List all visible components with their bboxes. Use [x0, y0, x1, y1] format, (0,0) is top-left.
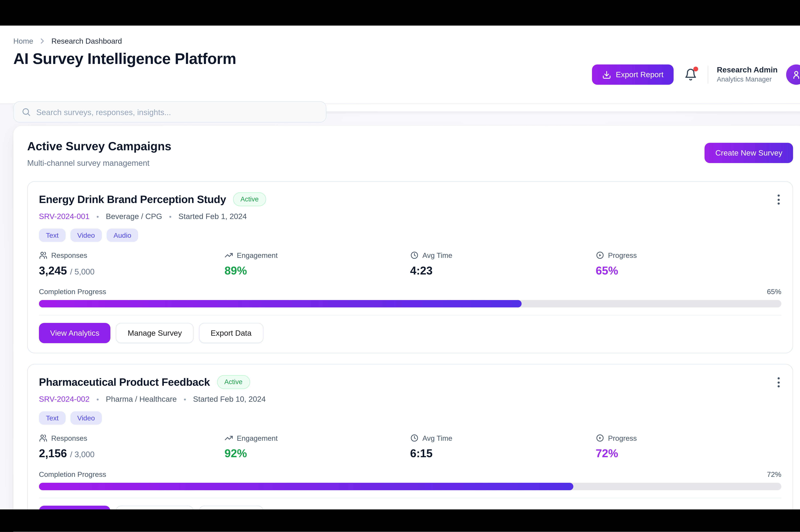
completion-progress-percent: 72%	[767, 471, 781, 478]
search-bar[interactable]	[13, 101, 326, 122]
card-menu-button[interactable]	[776, 375, 782, 390]
engagement-value: 89%	[224, 264, 410, 277]
metric-avg-time: Avg Time 6:15	[410, 434, 596, 460]
metric-label: Engagement	[237, 434, 278, 442]
responses-value: 2,156	[39, 447, 67, 459]
responses-total: / 3,000	[70, 450, 94, 459]
completion-progress-label: Completion Progress	[39, 471, 106, 478]
user-icon	[791, 69, 800, 80]
app-root: Home Research Dashboard AI Survey Intell…	[0, 0, 800, 532]
metric-label: Engagement	[237, 251, 278, 259]
chevron-right-icon	[39, 37, 46, 45]
progress-track	[39, 483, 781, 490]
play-circle-icon	[596, 251, 604, 260]
metric-progress: Progress 72%	[596, 434, 781, 460]
campaign-meta: SRV-2024-001 • Beverage / CPG • Started …	[39, 212, 781, 221]
avg-time-value: 6:15	[410, 447, 596, 460]
metric-engagement: Engagement 92%	[224, 434, 410, 460]
engagement-value: 92%	[224, 447, 410, 460]
section-header: Active Survey Campaigns Multi-channel su…	[27, 139, 793, 167]
users-icon	[39, 251, 47, 260]
metric-label: Progress	[608, 434, 637, 442]
bottom-chrome-bar	[0, 510, 800, 532]
completion-progress: Completion Progress 65%	[39, 288, 781, 307]
user-role: Analytics Manager	[717, 76, 778, 84]
progress-value: 72%	[596, 447, 781, 460]
search-icon	[21, 107, 31, 117]
meta-separator: •	[184, 395, 186, 403]
breadcrumb-home-link[interactable]: Home	[13, 37, 33, 45]
progress-fill	[39, 483, 574, 490]
status-badge: Active	[233, 192, 266, 206]
metric-progress: Progress 65%	[596, 251, 781, 277]
export-data-button[interactable]: Export Data	[199, 323, 263, 343]
channel-tag: Text	[39, 411, 66, 424]
progress-value: 65%	[596, 264, 781, 277]
page-header: Home Research Dashboard AI Survey Intell…	[0, 25, 800, 103]
campaign-card: Pharmaceutical Product Feedback Active S…	[27, 364, 793, 532]
status-badge: Active	[217, 375, 250, 389]
avatar[interactable]	[786, 64, 800, 85]
campaign-start-date: Started Feb 1, 2024	[178, 212, 247, 221]
header-divider	[708, 65, 708, 83]
channel-tag: Audio	[107, 229, 138, 242]
channel-tags: Text Video	[39, 411, 781, 424]
active-campaigns-panel: Active Survey Campaigns Multi-channel su…	[13, 126, 800, 532]
user-info: Research Admin Analytics Manager	[717, 65, 778, 84]
campaign-category: Pharma / Healthcare	[106, 395, 177, 403]
view-analytics-button[interactable]: View Analytics	[39, 323, 111, 343]
clock-icon	[410, 434, 419, 442]
metric-label: Avg Time	[422, 251, 452, 259]
progress-fill	[39, 300, 522, 307]
create-new-survey-button[interactable]: Create New Survey	[705, 143, 793, 163]
play-circle-icon	[596, 434, 604, 442]
channel-tag: Video	[70, 411, 102, 424]
trending-up-icon	[224, 251, 233, 260]
metrics-row: Responses 3,245 / 5,000 Engagement 89% A…	[39, 251, 781, 277]
campaign-id: SRV-2024-001	[39, 212, 89, 221]
meta-separator: •	[169, 212, 171, 220]
manage-survey-button[interactable]: Manage Survey	[116, 323, 194, 343]
header-actions: Export Report Research Admin Analytics M…	[592, 64, 800, 85]
completion-progress-label: Completion Progress	[39, 288, 106, 296]
campaign-start-date: Started Feb 10, 2024	[193, 395, 266, 403]
metric-responses: Responses 2,156 / 3,000	[39, 434, 224, 460]
card-menu-button[interactable]	[776, 192, 782, 207]
completion-progress: Completion Progress 72%	[39, 471, 781, 490]
metric-avg-time: Avg Time 4:23	[410, 251, 596, 277]
section-subtitle: Multi-channel survey management	[27, 158, 171, 167]
clock-icon	[410, 251, 419, 260]
search-input[interactable]	[36, 108, 319, 116]
responses-total: / 5,000	[70, 267, 94, 276]
notification-badge	[693, 66, 698, 72]
metric-responses: Responses 3,245 / 5,000	[39, 251, 224, 277]
channel-tag: Video	[70, 229, 102, 242]
breadcrumb-current: Research Dashboard	[51, 37, 122, 45]
notifications-button[interactable]	[684, 68, 697, 81]
campaign-title: Energy Drink Brand Perception Study	[39, 193, 226, 205]
campaign-title: Pharmaceutical Product Feedback	[39, 376, 210, 388]
metrics-row: Responses 2,156 / 3,000 Engagement 92% A…	[39, 434, 781, 460]
user-name: Research Admin	[717, 65, 778, 75]
responses-value: 3,245	[39, 264, 67, 277]
download-icon	[602, 70, 611, 79]
progress-track	[39, 300, 781, 307]
meta-separator: •	[96, 212, 99, 220]
channel-tags: Text Video Audio	[39, 229, 781, 242]
export-report-button[interactable]: Export Report	[592, 64, 674, 85]
top-chrome-bar	[0, 0, 800, 25]
users-icon	[39, 434, 47, 442]
campaign-card: Energy Drink Brand Perception Study Acti…	[27, 181, 793, 353]
meta-separator: •	[96, 395, 99, 403]
completion-progress-percent: 65%	[767, 288, 781, 296]
channel-tag: Text	[39, 229, 66, 242]
trending-up-icon	[224, 434, 233, 442]
metric-label: Responses	[51, 251, 87, 259]
avg-time-value: 4:23	[410, 264, 596, 277]
metric-engagement: Engagement 89%	[224, 251, 410, 277]
campaign-id: SRV-2024-002	[39, 395, 89, 403]
section-title: Active Survey Campaigns	[27, 139, 171, 153]
card-actions: View Analytics Manage Survey Export Data	[39, 315, 781, 343]
metric-label: Progress	[608, 251, 637, 259]
export-report-label: Export Report	[616, 70, 663, 79]
